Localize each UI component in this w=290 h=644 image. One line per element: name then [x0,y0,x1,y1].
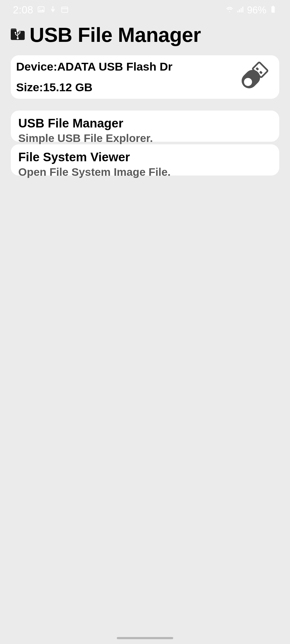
option-subtitle: Open File System Image File. [18,166,272,178]
option-title: USB File Manager [18,116,272,130]
status-right: 96% [226,5,277,16]
svg-point-11 [17,30,19,32]
app-header: USB File Manager [10,23,280,46]
svg-rect-4 [237,11,238,12]
device-label: Device: [16,60,57,73]
status-left: 2:08 [13,4,69,16]
status-bar: 2:08 96% [0,0,290,20]
svg-point-13 [19,31,21,32]
svg-rect-17 [259,71,263,74]
option-subtitle: Simple USB File Explorer. [18,132,272,145]
usb-mini-icon [49,5,57,16]
svg-point-14 [17,37,19,39]
device-name: ADATA USB Flash Dr [57,60,172,73]
wifi-icon [226,5,234,16]
svg-rect-5 [239,9,240,12]
app-folder-usb-icon [10,28,25,42]
size-label: Size: [16,81,43,94]
calendar-icon [61,5,69,16]
signal-icon [236,5,244,16]
device-size-line: Size:15.12 GB [16,81,172,94]
device-card[interactable]: Device:ADATA USB Flash Dr Size:15.12 GB [11,55,279,99]
svg-rect-12 [15,32,16,33]
option-usb-file-manager[interactable]: USB File Manager Simple USB File Explore… [11,111,279,142]
gesture-nav-bar[interactable] [117,637,173,639]
svg-rect-8 [271,6,275,13]
battery-icon [269,5,277,16]
status-time: 2:08 [13,4,33,16]
device-name-line: Device:ADATA USB Flash Dr [16,60,172,73]
svg-rect-2 [62,7,68,12]
usb-drive-icon [234,62,272,92]
option-file-system-viewer[interactable]: File System Viewer Open File System Imag… [11,144,279,175]
svg-point-1 [39,8,40,9]
device-info: Device:ADATA USB Flash Dr Size:15.12 GB [16,62,172,92]
svg-rect-9 [273,6,274,7]
svg-rect-16 [256,67,259,71]
option-title: File System Viewer [18,150,272,164]
size-value: 15.12 GB [43,81,92,94]
picture-icon [37,5,45,16]
battery-percent: 96% [247,5,266,16]
svg-rect-7 [242,7,243,12]
app-title: USB File Manager [30,23,201,46]
svg-rect-6 [241,8,242,12]
